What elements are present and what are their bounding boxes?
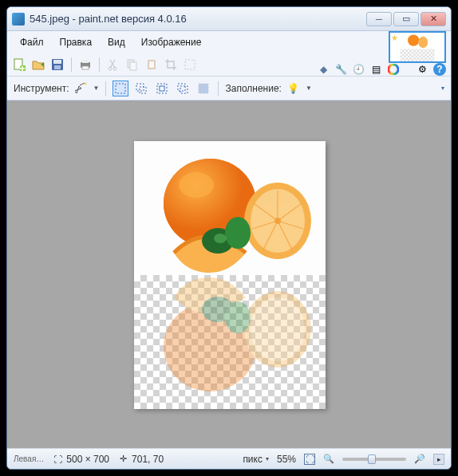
svg-rect-31	[199, 84, 208, 93]
app-icon	[12, 13, 25, 26]
svg-rect-3	[53, 60, 61, 64]
svg-point-51	[251, 297, 305, 361]
svg-point-17	[418, 37, 428, 48]
svg-rect-24	[116, 84, 125, 93]
selection-intersect-icon[interactable]	[175, 81, 191, 96]
history-icon[interactable]: 🕘	[352, 63, 365, 76]
canvas-area[interactable]	[7, 100, 451, 448]
toolbar-overflow-icon[interactable]: ▾	[441, 85, 444, 92]
save-icon[interactable]	[50, 57, 65, 72]
fit-window-icon[interactable]: ⛶	[304, 454, 315, 465]
crop-icon	[164, 57, 178, 72]
svg-rect-29	[178, 84, 185, 91]
fill-label: Заполнение:	[225, 83, 281, 94]
zoom-out-icon[interactable]: 🔍	[323, 454, 334, 465]
fill-mode-icon[interactable]: 💡	[286, 81, 301, 96]
menu-edit[interactable]: Правка	[52, 33, 101, 51]
selection-invert-icon[interactable]	[195, 81, 211, 96]
svg-rect-30	[180, 86, 188, 93]
tool-dropdown-icon[interactable]: ▼	[93, 85, 100, 92]
app-window: 545.jpeg - paint.net версия 4.0.16 ─ ▭ ✕…	[6, 6, 452, 470]
help-icon[interactable]: ?	[433, 63, 446, 76]
colors-icon[interactable]	[387, 63, 400, 76]
status-zoom: 55%	[277, 454, 296, 465]
zoom-in-icon[interactable]: 🔎	[414, 454, 425, 465]
svg-rect-18	[400, 49, 434, 61]
svg-rect-11	[130, 62, 136, 70]
svg-point-47	[225, 217, 251, 249]
menu-file[interactable]: Файл	[12, 33, 52, 51]
zoom-slider[interactable]	[342, 458, 406, 461]
print-icon[interactable]	[78, 57, 93, 72]
image-reflection	[134, 275, 326, 409]
close-button[interactable]: ✕	[420, 12, 446, 26]
main-toolbar	[7, 53, 317, 76]
deselect-icon	[183, 57, 197, 72]
selection-subtract-icon[interactable]	[154, 81, 170, 96]
svg-point-48	[214, 234, 227, 243]
document[interactable]	[134, 141, 326, 409]
dimensions-icon: ⛶	[52, 454, 63, 465]
svg-rect-6	[82, 60, 89, 63]
image-content	[134, 141, 326, 275]
status-units[interactable]: пикс ▾	[243, 454, 269, 465]
selection-add-icon[interactable]	[133, 81, 149, 96]
new-file-icon[interactable]	[12, 57, 26, 72]
status-corner: Левая…	[14, 454, 44, 463]
titlebar[interactable]: 545.jpeg - paint.net версия 4.0.16 ─ ▭ ✕	[7, 7, 451, 31]
scroll-right-icon[interactable]: ▸	[433, 454, 444, 465]
svg-point-16	[408, 34, 419, 45]
layers-icon[interactable]: ▤	[369, 63, 382, 76]
paste-icon[interactable]	[144, 57, 159, 72]
status-dimensions: ⛶ 500 × 700	[52, 454, 109, 465]
svg-rect-28	[160, 86, 164, 91]
settings-icon[interactable]: 🔧	[334, 63, 347, 76]
cut-icon	[106, 57, 120, 72]
svg-point-45	[274, 218, 281, 224]
open-file-icon[interactable]	[31, 57, 45, 72]
tools-window-icon[interactable]: ◆	[317, 63, 330, 76]
menu-image[interactable]: Изображение	[133, 33, 210, 51]
svg-rect-13	[149, 61, 154, 68]
svg-rect-4	[54, 65, 61, 69]
cursor-pos-icon: ✛	[117, 454, 128, 465]
svg-rect-14	[185, 60, 195, 69]
gear-icon[interactable]: ⚙	[416, 63, 428, 76]
selection-replace-icon[interactable]	[113, 81, 128, 96]
tool-options-bar: Инструмент: ▼ Заполнение: 💡 ▼ ▾	[7, 77, 451, 100]
svg-rect-7	[82, 66, 89, 69]
svg-point-35	[179, 172, 214, 198]
zoom-slider-thumb[interactable]	[368, 454, 376, 464]
units-dropdown-icon[interactable]: ▾	[266, 455, 269, 462]
svg-rect-26	[140, 87, 146, 93]
status-bar: Левая… ⛶ 500 × 700 ✛ 701, 70 пикс ▾ 55% …	[7, 448, 451, 469]
current-tool-icon[interactable]	[74, 81, 89, 96]
copy-icon	[125, 57, 140, 72]
svg-point-23	[84, 82, 86, 85]
status-cursor-pos: ✛ 701, 70	[117, 454, 164, 465]
window-title: 545.jpeg - paint.net версия 4.0.16	[30, 13, 366, 25]
fill-dropdown-icon[interactable]: ▼	[306, 85, 312, 92]
tool-label: Инструмент:	[14, 83, 69, 94]
utility-toolbar: ◆ 🔧 🕘 ▤ ⚙ ?	[317, 63, 451, 76]
thumbnail-preview	[390, 33, 444, 61]
svg-point-22	[389, 65, 398, 74]
menu-view[interactable]: Вид	[100, 33, 133, 51]
maximize-button[interactable]: ▭	[393, 12, 419, 26]
image-thumbnail[interactable]: ★	[389, 31, 446, 63]
minimize-button[interactable]: ─	[366, 12, 392, 26]
modified-star-icon: ★	[391, 33, 398, 42]
menu-bar: Файл Правка Вид Изображение	[7, 31, 317, 53]
